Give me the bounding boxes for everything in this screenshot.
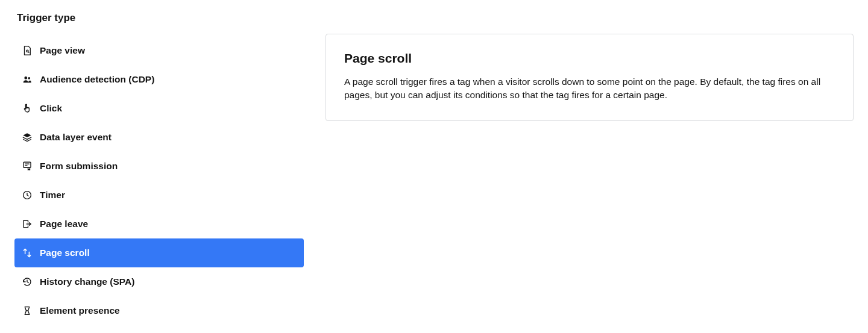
click-icon xyxy=(22,103,33,114)
audience-icon xyxy=(22,74,33,85)
trigger-list: Page view Audience detection (CDP) xyxy=(14,36,304,325)
trigger-item-label: Page scroll xyxy=(40,247,90,258)
trigger-item-label: Audience detection (CDP) xyxy=(40,74,154,85)
trigger-item-page-scroll[interactable]: Page scroll xyxy=(14,238,304,267)
trigger-detail-panel: Page scroll A page scroll trigger fires … xyxy=(326,34,854,121)
trigger-item-page-leave[interactable]: Page leave xyxy=(14,210,304,238)
trigger-item-label: Click xyxy=(40,103,62,114)
trigger-item-audience-detection[interactable]: Audience detection (CDP) xyxy=(14,65,304,94)
form-submission-icon xyxy=(22,161,33,172)
trigger-item-click[interactable]: Click xyxy=(14,94,304,123)
data-layer-icon xyxy=(22,132,33,143)
svg-rect-3 xyxy=(24,162,31,167)
page-view-icon xyxy=(22,45,33,56)
page-scroll-icon xyxy=(22,247,33,258)
trigger-item-label: Page leave xyxy=(40,219,88,229)
history-change-icon xyxy=(22,276,33,287)
trigger-item-timer[interactable]: Timer xyxy=(14,181,304,210)
trigger-item-label: History change (SPA) xyxy=(40,276,134,287)
trigger-item-label: Form submission xyxy=(40,161,118,172)
svg-point-2 xyxy=(28,77,30,79)
trigger-item-element-presence[interactable]: Element presence xyxy=(14,296,304,325)
detail-description: A page scroll trigger fires a tag when a… xyxy=(344,75,835,102)
element-presence-icon xyxy=(22,305,33,316)
trigger-item-label: Element presence xyxy=(40,305,120,316)
trigger-type-left-column: Trigger type Page view xyxy=(14,12,304,325)
trigger-type-layout: Trigger type Page view xyxy=(14,12,854,325)
trigger-detail-column: Page scroll A page scroll trigger fires … xyxy=(326,12,854,121)
trigger-item-history-change[interactable]: History change (SPA) xyxy=(14,267,304,296)
trigger-item-label: Page view xyxy=(40,45,85,56)
section-heading: Trigger type xyxy=(14,12,304,24)
trigger-item-label: Timer xyxy=(40,190,65,201)
timer-icon xyxy=(22,190,33,201)
page-leave-icon xyxy=(22,219,33,229)
trigger-item-label: Data layer event xyxy=(40,132,112,143)
detail-title: Page scroll xyxy=(344,51,835,66)
trigger-item-page-view[interactable]: Page view xyxy=(14,36,304,65)
svg-point-1 xyxy=(24,76,27,79)
trigger-item-data-layer-event[interactable]: Data layer event xyxy=(14,123,304,152)
trigger-item-form-submission[interactable]: Form submission xyxy=(14,152,304,181)
